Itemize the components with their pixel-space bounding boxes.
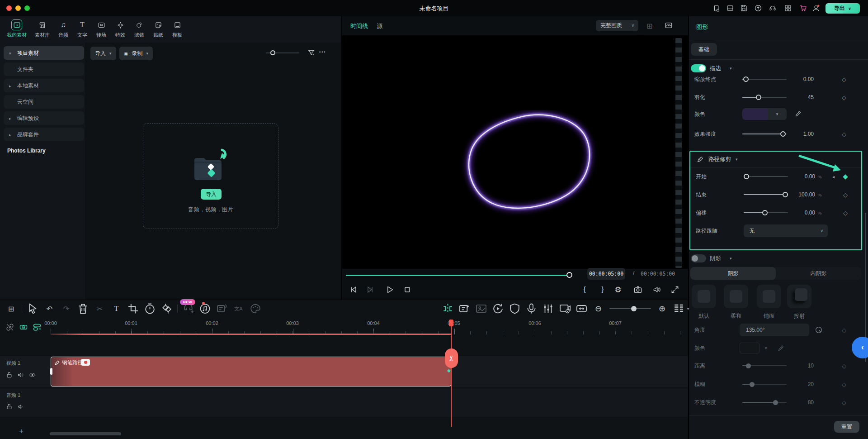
mute-track-icon[interactable] [17,372,24,378]
tab-effects[interactable]: 特效 [112,19,129,39]
ai-color-palette-icon[interactable] [247,302,264,315]
keyframe-icon[interactable]: ◇ [839,399,849,406]
zoom-out-icon[interactable]: ⊖ [590,302,607,315]
mark-out-button[interactable]: } [598,285,607,294]
device-manager-icon[interactable] [712,4,721,12]
caret-down-icon[interactable]: ▾ [687,307,689,311]
sidebar-item-local-media[interactable]: ▸ 本地素材 [4,79,84,92]
keyframe-icon[interactable]: ◇ [839,131,849,138]
play-button[interactable] [385,285,394,294]
shadow-preset-surface[interactable] [757,285,781,308]
media-grid-icon[interactable]: ⊞ [3,302,19,315]
hide-track-icon[interactable] [29,372,36,378]
tab-stickers[interactable]: 贴纸 [150,19,167,39]
preview-scroll-strip[interactable] [675,38,682,268]
text-tool-icon[interactable]: T [108,302,125,315]
tab-basic[interactable]: 基础 [691,43,717,56]
current-timecode[interactable]: 00:00:05:00 [587,268,625,280]
upload-cloud-icon[interactable] [754,4,762,12]
playhead-split-button[interactable]: ✂ [445,348,458,368]
more-options-icon[interactable]: ••• [319,50,326,54]
add-track-button[interactable]: + [19,427,24,436]
previous-keyframe-icon[interactable]: ◂ [832,174,835,179]
sidebar-item-project-media[interactable]: ▾ 项目素材 [4,46,84,60]
tab-audio[interactable]: ♫ 音频 [55,19,72,39]
playhead-line[interactable] [451,320,452,427]
tab-source-preview[interactable]: 源 [377,22,382,30]
multi-view-icon[interactable]: ⊞ [646,22,652,30]
keyframe-icon[interactable]: ◇ [839,363,849,369]
unlink-clips-icon[interactable] [5,323,14,332]
lock-track-icon[interactable] [6,403,13,410]
speech-to-text-icon[interactable] [213,302,230,315]
keyframe-active-icon[interactable]: ◆ [840,172,850,181]
shadow-preset-soft[interactable] [724,285,748,308]
zoom-slider-knob[interactable] [631,306,637,311]
render-preview-icon[interactable] [490,302,506,315]
select-tool-icon[interactable] [24,302,41,315]
zoom-in-icon[interactable]: ⊕ [654,302,670,315]
link-clips-icon[interactable] [19,323,28,332]
mark-in-button[interactable]: { [580,285,589,294]
delete-icon[interactable] [75,302,91,315]
shadow-color-swatch[interactable] [740,343,760,353]
lock-track-icon[interactable] [6,372,13,378]
import-button[interactable]: 导入 [201,189,222,200]
sidebar-item-edit-presets[interactable]: ▸ 编辑预设 [4,111,84,125]
tab-timeline-preview[interactable]: 时间线 [350,22,368,30]
clip-edge-keyframe-icon[interactable]: ◆ [447,368,451,373]
stop-button[interactable] [403,285,412,294]
speed-clock-icon[interactable] [142,302,158,315]
keyframe-tool-icon[interactable] [158,302,175,315]
account-icon[interactable] [812,4,820,12]
playhead-handle[interactable] [449,320,453,326]
quick-split-icon[interactable] [439,302,456,315]
workspace-grid-icon[interactable] [784,4,792,12]
next-frame-button[interactable] [366,285,375,294]
audio-track-lane[interactable] [0,389,688,417]
mute-track-icon[interactable] [17,403,24,410]
import-drop-zone[interactable]: 导入 音频，视频，图片 [143,123,278,229]
keyframe-icon[interactable]: ◇ [839,381,849,388]
screen-record-icon[interactable] [557,302,573,315]
sidebar-item-folder[interactable]: 文件夹 [4,62,84,76]
shadow-preset-default[interactable] [692,285,716,308]
sidebar-item-brand-kit[interactable]: ▸ 品牌套件 [4,128,84,141]
angle-dial-icon[interactable] [815,326,823,334]
track-height-icon[interactable] [670,302,687,315]
mask-shield-icon[interactable] [506,302,523,315]
timeline-zoom-slider[interactable] [609,305,651,312]
tab-templates[interactable]: 模板 [169,19,186,39]
support-headset-icon[interactable] [769,4,777,12]
preview-viewport[interactable] [342,35,688,269]
import-dropdown-button[interactable]: 导入 ▾ [90,47,116,60]
cart-icon[interactable] [799,4,807,12]
thumbnail-size-slider[interactable] [266,52,299,53]
tab-filters[interactable]: 滤镜 [131,19,148,39]
ai-audio-icon[interactable] [197,302,213,315]
tab-stock-media[interactable]: 素材库 [32,19,53,39]
snapshot-camera-icon[interactable] [633,285,642,294]
playback-progress-knob[interactable] [566,272,572,278]
keyframe-icon[interactable]: ◇ [839,94,849,101]
redo-icon[interactable]: ↷ [58,302,75,315]
sidebar-item-photos-library[interactable]: Photos Library [4,144,84,157]
tab-my-media[interactable]: 我的素材 [4,19,30,39]
split-scissors-icon[interactable]: ✂ [91,302,108,315]
stroke-toggle[interactable] [691,64,706,72]
fullscreen-icon[interactable] [670,285,679,294]
keyframe-icon[interactable]: ◇ [839,76,849,83]
path-follow-dropdown[interactable]: 无 ∨ [744,224,828,237]
clip-marker-icon[interactable] [456,302,473,315]
clip-keyframe-badge[interactable] [81,359,90,366]
save-icon[interactable] [740,4,748,12]
playback-progress-bar[interactable] [346,275,569,276]
audio-mixer-icon[interactable] [540,302,557,315]
tab-drop-shadow[interactable]: 阴影 [690,267,776,280]
filter-funnel-icon[interactable] [307,49,315,57]
keyframe-icon[interactable]: ◇ [840,210,850,216]
tab-text[interactable]: T 文字 [74,19,91,39]
shadow-angle-input[interactable]: 135.00° [740,324,809,336]
volume-icon[interactable] [652,285,661,294]
tab-inner-shadow[interactable]: 内阴影 [776,267,861,280]
